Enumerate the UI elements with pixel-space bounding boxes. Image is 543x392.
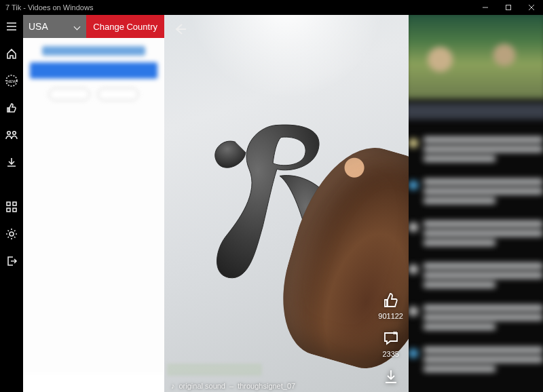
comment-text <box>424 347 543 376</box>
comment-button[interactable]: 2335 <box>382 330 400 358</box>
svg-rect-11 <box>7 202 10 205</box>
change-country-button[interactable]: Change Country <box>86 15 164 38</box>
titlebar: 7 Tik - Vidoes on Windows <box>0 0 543 15</box>
maximize-button[interactable] <box>497 0 520 15</box>
sound-label: original sound <box>179 382 226 390</box>
settings-icon[interactable] <box>4 227 19 241</box>
comment-avatar <box>409 138 418 148</box>
apps-icon[interactable] <box>4 199 19 214</box>
comment-row[interactable] <box>409 256 543 298</box>
comment-avatar <box>409 222 418 232</box>
download-icon[interactable] <box>4 155 19 170</box>
comment-text <box>424 263 543 292</box>
comment-avatar <box>409 180 418 190</box>
list-item[interactable] <box>30 46 157 100</box>
back-button[interactable] <box>172 22 187 39</box>
country-dropdown[interactable]: USA <box>23 15 86 38</box>
caption-bg <box>167 364 262 376</box>
change-country-label: Change Country <box>93 22 157 32</box>
svg-point-9 <box>7 132 11 135</box>
left-header: USA Change Country <box>23 15 164 38</box>
comment-text <box>424 305 543 334</box>
sound-user: throughsignet_07 <box>238 382 295 390</box>
svg-rect-14 <box>13 208 16 212</box>
comment-text <box>424 137 543 165</box>
comment-row[interactable] <box>409 172 543 214</box>
related-video-title <box>409 103 543 119</box>
comment-avatar <box>409 349 418 358</box>
chevron-down-icon <box>74 23 81 30</box>
svg-text:NEW: NEW <box>7 79 16 83</box>
right-panel <box>409 15 543 392</box>
left-column: USA Change Country <box>23 15 164 392</box>
window-title: 7 Tik - Vidoes on Windows <box>5 3 93 12</box>
svg-rect-1 <box>506 5 511 10</box>
minimize-button[interactable] <box>474 0 497 15</box>
comment-text <box>424 221 543 250</box>
svg-rect-13 <box>7 208 10 212</box>
group-icon[interactable] <box>4 128 19 142</box>
svg-rect-12 <box>13 202 16 205</box>
menu-icon[interactable] <box>4 19 19 34</box>
new-badge-icon[interactable]: NEW <box>4 73 19 88</box>
country-dropdown-value: USA <box>29 21 48 32</box>
logout-icon[interactable] <box>4 254 19 269</box>
video-actions: 901122 2335 <box>378 292 403 385</box>
sound-caption[interactable]: ♪ original sound – throughsignet_07 <box>171 382 368 390</box>
like-button[interactable]: 901122 <box>378 292 403 320</box>
sidebar: NEW <box>0 15 23 392</box>
comment-avatar <box>409 264 418 274</box>
video-area: 901122 2335 ♪ original sound – throughsi… <box>164 15 409 392</box>
app-body: NEW USA Change Country <box>0 15 543 392</box>
comment-row[interactable] <box>409 214 543 256</box>
comment-avatar <box>409 307 418 316</box>
svg-point-10 <box>13 132 16 135</box>
like-icon[interactable] <box>4 100 19 115</box>
comment-text <box>424 179 543 208</box>
like-count: 901122 <box>378 312 403 320</box>
comment-row[interactable] <box>409 340 543 383</box>
svg-point-15 <box>10 232 14 236</box>
video-player[interactable]: 901122 2335 ♪ original sound – throughsi… <box>164 15 409 392</box>
home-icon[interactable] <box>4 46 19 61</box>
close-button[interactable] <box>520 0 543 15</box>
comment-row[interactable] <box>409 130 543 172</box>
music-note-icon: ♪ <box>171 382 175 390</box>
related-video-thumb[interactable] <box>409 15 543 99</box>
comment-row[interactable] <box>409 298 543 340</box>
download-video-button[interactable] <box>382 368 400 385</box>
comment-count: 2335 <box>382 350 398 358</box>
feed-list-pane[interactable] <box>23 38 164 392</box>
